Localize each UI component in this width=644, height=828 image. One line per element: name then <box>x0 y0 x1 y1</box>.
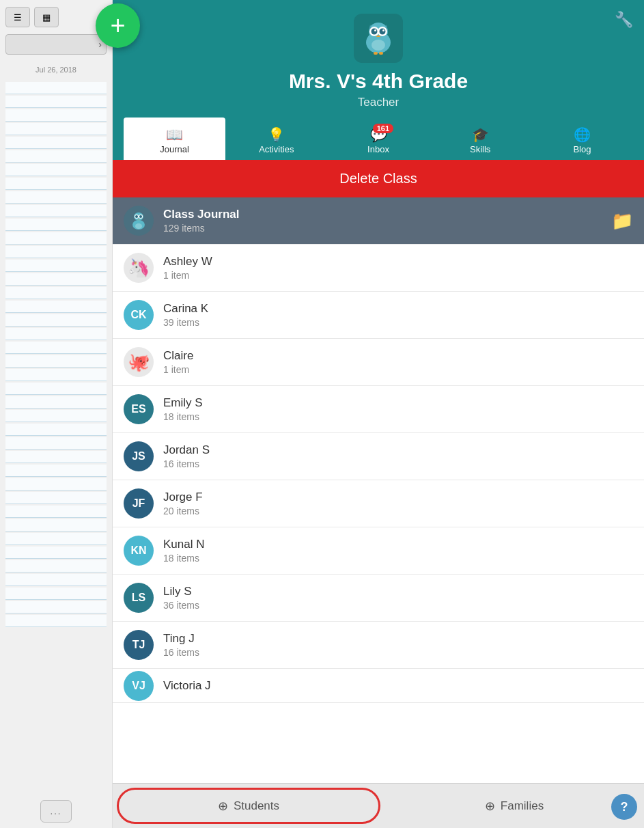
student-row-emily[interactable]: ES Emily S 18 items <box>113 386 644 433</box>
note-line <box>5 123 107 135</box>
student-row-jordan[interactable]: JS Jordan S 16 items <box>113 433 644 480</box>
note-line <box>5 191 107 204</box>
student-items-emily: 18 items <box>163 411 633 422</box>
skills-icon: 🎓 <box>472 126 489 143</box>
student-items-ashley: 1 item <box>163 270 633 281</box>
note-line <box>5 369 107 381</box>
tab-activities[interactable]: 💡 Activities <box>225 118 327 160</box>
student-row-kunal[interactable]: KN Kunal N 18 items <box>113 527 644 575</box>
note-line <box>5 437 107 450</box>
student-row-ting[interactable]: TJ Ting J 16 items <box>113 622 644 669</box>
note-line <box>5 96 107 108</box>
avatar-jordan: JS <box>124 441 154 471</box>
folder-icon: 📁 <box>611 210 633 232</box>
class-journal-info: Class Journal 129 items <box>163 208 611 234</box>
calendar-button[interactable]: ▦ <box>34 7 59 27</box>
avatar-emily: ES <box>124 394 154 424</box>
note-line <box>5 287 107 299</box>
student-row-ashley[interactable]: 🦄 Ashley W 1 item <box>113 245 644 292</box>
note-line <box>5 205 107 217</box>
svg-point-6 <box>372 29 378 35</box>
note-line <box>5 519 107 532</box>
sidebar-date: Jul 26, 2018 <box>0 66 112 74</box>
note-line <box>5 410 107 422</box>
note-line <box>5 301 107 313</box>
class-journal-name: Class Journal <box>163 208 611 221</box>
settings-icon[interactable]: 🔧 <box>615 11 633 29</box>
note-line <box>5 328 107 340</box>
student-info-jorge: Jorge F 20 items <box>163 491 633 516</box>
note-line <box>5 560 107 572</box>
svg-point-21 <box>135 223 142 229</box>
families-button[interactable]: ⊕ Families <box>384 784 644 828</box>
more-options-button[interactable]: ... <box>40 800 72 823</box>
note-line <box>5 355 107 368</box>
note-line <box>5 588 107 600</box>
avatar-ashley: 🦄 <box>124 253 154 283</box>
note-line <box>5 232 107 245</box>
note-line <box>5 219 107 231</box>
inbox-badge: 161 <box>373 124 393 133</box>
student-name-claire: Claire <box>163 349 633 363</box>
tab-journal[interactable]: 📖 Journal <box>124 118 225 160</box>
hamburger-button[interactable]: ☰ <box>5 7 30 27</box>
svg-point-9 <box>382 29 384 31</box>
student-name-lily: Lily S <box>163 585 633 598</box>
help-button[interactable]: ? <box>611 794 637 820</box>
student-items-carina: 39 items <box>163 317 633 328</box>
tab-inbox[interactable]: 161 💬 Inbox <box>327 118 429 160</box>
student-items-lily: 36 items <box>163 600 633 611</box>
student-info-claire: Claire 1 item <box>163 349 633 375</box>
families-label: Families <box>501 799 544 813</box>
svg-point-7 <box>380 29 386 35</box>
note-line <box>5 137 107 149</box>
student-info-victoria: Victoria J <box>163 679 633 693</box>
avatar-claire: 🐙 <box>124 347 154 377</box>
note-line <box>5 424 107 436</box>
tab-skills[interactable]: 🎓 Skills <box>430 118 531 160</box>
note-line <box>5 465 107 477</box>
tab-blog[interactable]: 🌐 Blog <box>531 118 633 160</box>
student-name-jordan: Jordan S <box>163 443 633 457</box>
class-journal-row[interactable]: Class Journal 129 items 📁 <box>113 197 644 245</box>
students-button[interactable]: ⊕ Students <box>117 788 380 824</box>
blog-icon: 🌐 <box>574 126 591 143</box>
avatar-lily: LS <box>124 583 154 613</box>
student-row-claire[interactable]: 🐙 Claire 1 item <box>113 339 644 386</box>
student-info-kunal: Kunal N 18 items <box>163 538 633 564</box>
student-list: Class Journal 129 items 📁 🦄 Ashley W 1 i… <box>113 197 644 783</box>
note-line <box>5 492 107 504</box>
svg-point-18 <box>139 215 142 218</box>
expand-button[interactable]: › <box>5 34 107 55</box>
svg-point-11 <box>372 40 385 51</box>
class-header: 🔧 <box>113 0 644 160</box>
avatar-ting: TJ <box>124 630 154 660</box>
tab-activities-label: Activities <box>259 144 294 154</box>
note-line <box>5 574 107 586</box>
activities-icon: 💡 <box>268 126 285 143</box>
avatar-victoria: VJ <box>124 671 154 701</box>
note-line <box>5 547 107 559</box>
note-line <box>5 314 107 327</box>
student-items-jordan: 16 items <box>163 458 633 469</box>
svg-point-8 <box>374 29 376 31</box>
student-items-jorge: 20 items <box>163 506 633 516</box>
student-info-jordan: Jordan S 16 items <box>163 443 633 469</box>
student-row-carina[interactable]: CK Carina K 39 items <box>113 292 644 339</box>
avatar-kunal: KN <box>124 536 154 566</box>
add-button[interactable]: + <box>96 3 140 48</box>
delete-class-button[interactable]: Delete Class <box>113 160 644 197</box>
student-row-victoria[interactable]: VJ Victoria J <box>113 669 644 703</box>
class-journal-items: 129 items <box>163 223 611 234</box>
note-line <box>5 615 107 627</box>
student-info-emily: Emily S 18 items <box>163 396 633 422</box>
student-row-jorge[interactable]: JF Jorge F 20 items <box>113 480 644 527</box>
note-line <box>5 396 107 409</box>
student-items-claire: 1 item <box>163 364 633 375</box>
note-line <box>5 342 107 354</box>
note-line <box>5 260 107 272</box>
student-name-carina: Carina K <box>163 302 633 316</box>
student-row-lily[interactable]: LS Lily S 36 items <box>113 575 644 622</box>
class-journal-avatar <box>124 206 154 236</box>
note-line <box>5 164 107 176</box>
